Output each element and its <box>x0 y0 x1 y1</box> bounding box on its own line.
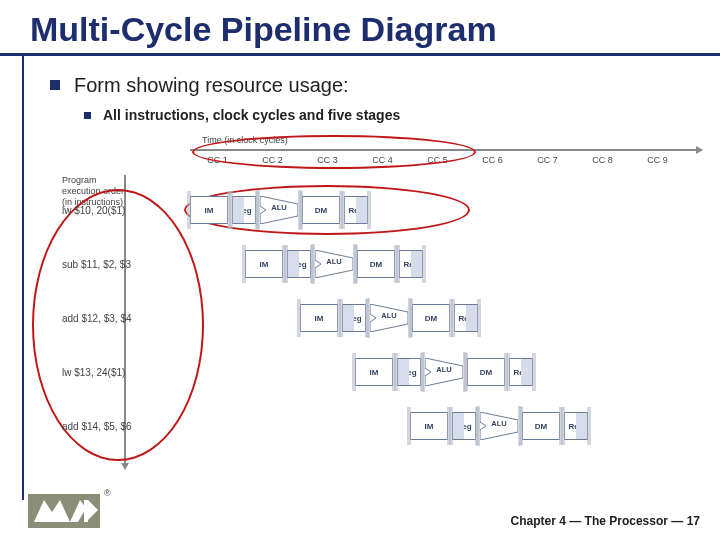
program-order-label: Program execution order (in instructions… <box>62 175 130 207</box>
instruction-row: add $14, $5, $6 IM Reg ALU DM Reg <box>410 407 592 445</box>
stage-im: IM <box>190 196 228 224</box>
cc-label: CC 1 <box>190 155 245 165</box>
stage-alu: ALU <box>425 358 463 386</box>
stage-dm: DM <box>357 250 395 278</box>
stage-im: IM <box>355 358 393 386</box>
stage-dm: DM <box>302 196 340 224</box>
stage-alu: ALU <box>315 250 353 278</box>
svg-rect-8 <box>84 500 88 522</box>
publisher-logo <box>28 494 100 528</box>
pipeline-diagram: Time (in clock cycles) CC 1 CC 2 CC 3 CC… <box>62 135 702 475</box>
stage-reg: Reg <box>342 304 366 332</box>
stage-dm: DM <box>412 304 450 332</box>
instruction-label: sub $11, $2, $3 <box>62 259 182 270</box>
stage-reg: Reg <box>232 196 256 224</box>
stage-reg: Reg <box>454 304 478 332</box>
cc-label: CC 5 <box>410 155 465 165</box>
bullet1-text: Form showing resource usage: <box>74 74 349 97</box>
instruction-label: add $12, $3, $4 <box>62 313 182 324</box>
cc-label: CC 7 <box>520 155 575 165</box>
registered-mark: ® <box>104 488 111 498</box>
footer-page: 17 <box>687 514 700 528</box>
slide-title: Multi-Cycle Pipeline Diagram <box>30 10 720 49</box>
bullet-square-icon <box>50 80 60 90</box>
stage-reg: Reg <box>397 358 421 386</box>
stage-reg: Reg <box>509 358 533 386</box>
slide-body: Form showing resource usage: All instruc… <box>0 56 720 475</box>
footer-chapter: Chapter 4 <box>511 514 566 528</box>
instruction-label: lw $10, 20($1) <box>62 205 182 216</box>
cc-label: CC 8 <box>575 155 630 165</box>
footer-section: The Processor <box>585 514 668 528</box>
cc-label: CC 6 <box>465 155 520 165</box>
cc-label: CC 4 <box>355 155 410 165</box>
stage-dm: DM <box>522 412 560 440</box>
stage-reg: Reg <box>564 412 588 440</box>
stage-im: IM <box>410 412 448 440</box>
slide-footer: Chapter 4 — The Processor — 17 <box>511 514 700 528</box>
time-axis-label: Time (in clock cycles) <box>202 135 288 145</box>
stage-im: IM <box>300 304 338 332</box>
instruction-label: lw $13, 24($1) <box>62 367 182 378</box>
stage-alu: ALU <box>480 412 518 440</box>
stage-dm: DM <box>467 358 505 386</box>
bullet-square-icon <box>84 112 91 119</box>
stage-alu: ALU <box>260 196 298 224</box>
instruction-row: add $12, $3, $4 IM Reg ALU DM Reg <box>300 299 482 337</box>
stage-reg: Reg <box>452 412 476 440</box>
instruction-row: sub $11, $2, $3 IM Reg ALU DM Reg <box>245 245 427 283</box>
stage-reg: Reg <box>399 250 423 278</box>
bullet2-text: All instructions, clock cycles and five … <box>103 107 400 123</box>
stage-im: IM <box>245 250 283 278</box>
instruction-row: lw $10, 20($1) IM Reg ALU DM Reg <box>190 191 372 229</box>
bullet-level2: All instructions, clock cycles and five … <box>84 107 700 123</box>
stage-reg: Reg <box>287 250 311 278</box>
cc-label: CC 3 <box>300 155 355 165</box>
instruction-label: add $14, $5, $6 <box>62 421 182 432</box>
instruction-row: lw $13, 24($1) IM Reg ALU DM Reg <box>355 353 537 391</box>
cc-label: CC 9 <box>630 155 685 165</box>
stage-alu: ALU <box>370 304 408 332</box>
cc-label: CC 2 <box>245 155 300 165</box>
bullet-level1: Form showing resource usage: <box>50 74 700 97</box>
stage-reg: Reg <box>344 196 368 224</box>
time-axis-arrow <box>190 149 702 151</box>
left-rule <box>22 53 24 500</box>
slide-header: Multi-Cycle Pipeline Diagram <box>0 0 720 56</box>
clock-cycle-row: CC 1 CC 2 CC 3 CC 4 CC 5 CC 6 CC 7 CC 8 … <box>190 155 702 165</box>
